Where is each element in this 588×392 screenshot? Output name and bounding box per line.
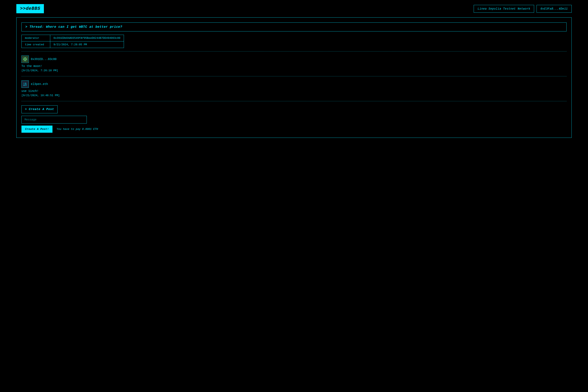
post-content: use 1inch!	[22, 90, 566, 93]
post-item: 語 el3pen.eth use 1inch! [9/21/2024, 10:4…	[22, 79, 566, 98]
moderator-row: moderator 0x391EDb04A93549fAf95BeeD8244B…	[22, 35, 124, 42]
message-input[interactable]	[22, 116, 87, 124]
post-author: 0x391ED...03c80	[22, 56, 566, 63]
moderator-label: moderator	[22, 35, 50, 42]
bottom-row: Create A Post! You have to pay 0.0001 ET…	[22, 126, 566, 133]
network-badge: Linea Sepolia Testnet Network	[474, 5, 534, 13]
logo[interactable]: >>deBBS	[16, 4, 44, 13]
thread-info-table: moderator 0x391EDb04A93549fAf95BeeD8244B…	[22, 35, 124, 48]
divider-3	[22, 101, 566, 101]
svg-point-3	[24, 58, 26, 60]
post-author-name: el3pen.eth	[31, 82, 48, 86]
avatar	[22, 56, 29, 63]
post-timestamp: [9/21/2024, 7:26:18 PM]	[22, 69, 566, 72]
wallet-badge[interactable]: 0xE3FaB...4De11	[536, 5, 572, 13]
post-author: 語 el3pen.eth	[22, 80, 566, 88]
post-author-name: 0x391ED...03c80	[31, 58, 56, 61]
pay-notice: You have to pay 0.0001 ETH	[56, 128, 98, 131]
main-container: > Thread: Where can I get WBTC at better…	[16, 17, 572, 138]
create-post-button[interactable]: Create A Post!	[22, 126, 52, 133]
time-created-row: time created 9/21/2024, 7:26:05 PM	[22, 42, 124, 48]
create-post-title: > Create A Post	[22, 105, 58, 113]
time-created-value: 9/21/2024, 7:26:05 PM	[50, 42, 124, 48]
time-created-label: time created	[22, 42, 50, 48]
header: >>deBBS Linea Sepolia Testnet Network 0x…	[4, 4, 584, 13]
post-timestamp: [9/21/2024, 10:48:51 PM]	[22, 94, 566, 97]
create-post-section: > Create A Post Create A Post! You have …	[22, 105, 566, 133]
post-content: To the moon!	[22, 64, 566, 68]
svg-text:語: 語	[23, 82, 27, 86]
moderator-value: 0x391EDb04A93549fAf95BeeD8244B7DD494003c…	[50, 35, 124, 42]
avatar: 語	[22, 80, 29, 88]
header-right: Linea Sepolia Testnet Network 0xE3FaB...…	[474, 5, 572, 13]
thread-title: > Thread: Where can I get WBTC at better…	[22, 22, 566, 32]
divider-1	[22, 51, 566, 52]
post-item: 0x391ED...03c80 To the moon! [9/21/2024,…	[22, 54, 566, 74]
